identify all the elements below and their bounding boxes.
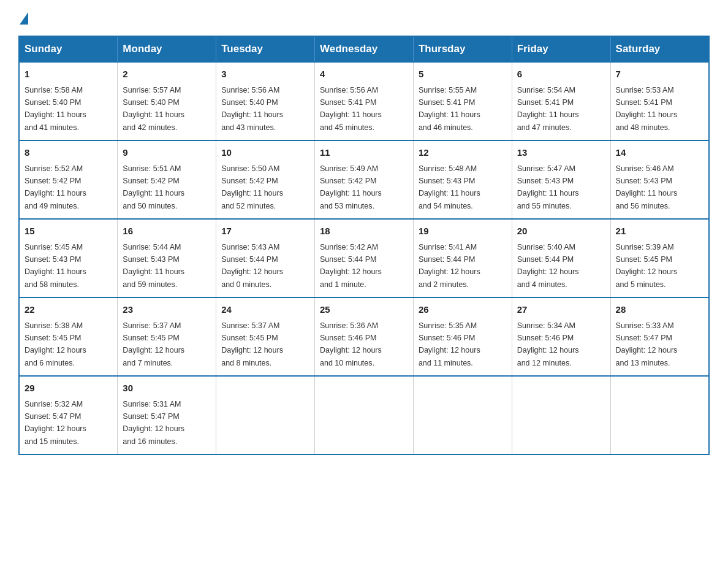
day-number: 12 [419,146,507,160]
day-info: Sunrise: 5:41 AMSunset: 5:44 PMDaylight:… [419,243,480,289]
calendar-cell: 23 Sunrise: 5:37 AMSunset: 5:45 PMDaylig… [118,297,216,376]
calendar-cell: 19 Sunrise: 5:41 AMSunset: 5:44 PMDaylig… [413,219,512,297]
logo-triangle-icon [20,12,28,25]
week-row-2: 8 Sunrise: 5:52 AMSunset: 5:42 PMDayligh… [19,140,709,219]
day-number: 14 [616,146,703,160]
calendar-cell: 2 Sunrise: 5:57 AMSunset: 5:40 PMDayligh… [118,62,216,140]
calendar-cell: 11 Sunrise: 5:49 AMSunset: 5:42 PMDaylig… [315,140,414,219]
calendar-cell: 6 Sunrise: 5:54 AMSunset: 5:41 PMDayligh… [512,62,610,140]
day-number: 27 [517,303,605,317]
day-number: 11 [320,146,408,160]
day-number: 13 [517,146,605,160]
day-info: Sunrise: 5:36 AMSunset: 5:46 PMDaylight:… [320,321,382,367]
calendar-cell [315,376,414,454]
day-info: Sunrise: 5:40 AMSunset: 5:44 PMDaylight:… [517,243,579,289]
day-number: 20 [517,224,605,239]
day-number: 22 [25,303,112,317]
week-row-5: 29 Sunrise: 5:32 AMSunset: 5:47 PMDaylig… [19,376,709,454]
logo [18,12,29,25]
day-info: Sunrise: 5:45 AMSunset: 5:43 PMDaylight:… [25,243,86,289]
day-info: Sunrise: 5:56 AMSunset: 5:41 PMDaylight:… [320,86,382,132]
day-info: Sunrise: 5:42 AMSunset: 5:44 PMDaylight:… [320,243,382,289]
day-info: Sunrise: 5:56 AMSunset: 5:40 PMDaylight:… [221,86,283,132]
calendar-cell [413,376,512,454]
day-info: Sunrise: 5:32 AMSunset: 5:47 PMDaylight:… [25,400,86,446]
days-of-week-row: SundayMondayTuesdayWednesdayThursdayFrid… [19,36,709,62]
calendar-header: SundayMondayTuesdayWednesdayThursdayFrid… [19,36,709,62]
calendar-cell: 18 Sunrise: 5:42 AMSunset: 5:44 PMDaylig… [315,219,414,297]
calendar-cell: 21 Sunrise: 5:39 AMSunset: 5:45 PMDaylig… [610,219,709,297]
day-info: Sunrise: 5:55 AMSunset: 5:41 PMDaylight:… [419,86,480,132]
day-info: Sunrise: 5:37 AMSunset: 5:45 PMDaylight:… [123,321,184,367]
calendar-cell: 14 Sunrise: 5:46 AMSunset: 5:43 PMDaylig… [610,140,709,219]
day-number: 10 [221,146,309,160]
calendar-table: SundayMondayTuesdayWednesdayThursdayFrid… [18,36,710,455]
day-info: Sunrise: 5:38 AMSunset: 5:45 PMDaylight:… [25,321,86,367]
day-info: Sunrise: 5:57 AMSunset: 5:40 PMDaylight:… [123,86,184,132]
calendar-cell: 10 Sunrise: 5:50 AMSunset: 5:42 PMDaylig… [216,140,315,219]
calendar-cell: 3 Sunrise: 5:56 AMSunset: 5:40 PMDayligh… [216,62,315,140]
day-info: Sunrise: 5:46 AMSunset: 5:43 PMDaylight:… [616,164,678,210]
day-number: 9 [123,146,211,160]
calendar-cell: 22 Sunrise: 5:38 AMSunset: 5:45 PMDaylig… [19,297,118,376]
day-number: 17 [221,224,309,239]
day-header-sunday: Sunday [19,36,118,62]
day-number: 4 [320,67,408,82]
calendar-cell: 20 Sunrise: 5:40 AMSunset: 5:44 PMDaylig… [512,219,610,297]
day-info: Sunrise: 5:47 AMSunset: 5:43 PMDaylight:… [517,164,579,210]
calendar-cell: 4 Sunrise: 5:56 AMSunset: 5:41 PMDayligh… [315,62,414,140]
calendar-cell: 8 Sunrise: 5:52 AMSunset: 5:42 PMDayligh… [19,140,118,219]
day-number: 7 [616,67,703,82]
calendar-cell: 13 Sunrise: 5:47 AMSunset: 5:43 PMDaylig… [512,140,610,219]
calendar-cell [512,376,610,454]
day-info: Sunrise: 5:52 AMSunset: 5:42 PMDaylight:… [25,164,86,210]
calendar-cell: 9 Sunrise: 5:51 AMSunset: 5:42 PMDayligh… [118,140,216,219]
day-number: 26 [419,303,507,317]
day-header-monday: Monday [118,36,216,62]
day-info: Sunrise: 5:35 AMSunset: 5:46 PMDaylight:… [419,321,480,367]
calendar-cell: 25 Sunrise: 5:36 AMSunset: 5:46 PMDaylig… [315,297,414,376]
day-number: 18 [320,224,408,239]
day-info: Sunrise: 5:53 AMSunset: 5:41 PMDaylight:… [616,86,678,132]
calendar-cell: 7 Sunrise: 5:53 AMSunset: 5:41 PMDayligh… [610,62,709,140]
day-header-tuesday: Tuesday [216,36,315,62]
day-number: 6 [517,67,605,82]
day-number: 16 [123,224,211,239]
calendar-cell [610,376,709,454]
page-header [18,12,710,25]
day-number: 3 [221,67,309,82]
calendar-cell [216,376,315,454]
calendar-cell: 1 Sunrise: 5:58 AMSunset: 5:40 PMDayligh… [19,62,118,140]
day-number: 30 [123,381,211,396]
day-info: Sunrise: 5:54 AMSunset: 5:41 PMDaylight:… [517,86,579,132]
day-header-saturday: Saturday [610,36,709,62]
calendar-cell: 26 Sunrise: 5:35 AMSunset: 5:46 PMDaylig… [413,297,512,376]
day-number: 5 [419,67,507,82]
day-number: 2 [123,67,211,82]
calendar-body: 1 Sunrise: 5:58 AMSunset: 5:40 PMDayligh… [19,62,709,454]
day-number: 21 [616,224,703,239]
day-info: Sunrise: 5:49 AMSunset: 5:42 PMDaylight:… [320,164,382,210]
day-number: 24 [221,303,309,317]
day-info: Sunrise: 5:51 AMSunset: 5:42 PMDaylight:… [123,164,184,210]
day-number: 1 [25,67,112,82]
day-info: Sunrise: 5:58 AMSunset: 5:40 PMDaylight:… [25,86,86,132]
week-row-4: 22 Sunrise: 5:38 AMSunset: 5:45 PMDaylig… [19,297,709,376]
day-number: 8 [25,146,112,160]
day-info: Sunrise: 5:50 AMSunset: 5:42 PMDaylight:… [221,164,283,210]
day-info: Sunrise: 5:43 AMSunset: 5:44 PMDaylight:… [221,243,283,289]
day-number: 25 [320,303,408,317]
calendar-cell: 28 Sunrise: 5:33 AMSunset: 5:47 PMDaylig… [610,297,709,376]
calendar-cell: 15 Sunrise: 5:45 AMSunset: 5:43 PMDaylig… [19,219,118,297]
day-number: 15 [25,224,112,239]
calendar-cell: 29 Sunrise: 5:32 AMSunset: 5:47 PMDaylig… [19,376,118,454]
day-header-thursday: Thursday [413,36,512,62]
week-row-3: 15 Sunrise: 5:45 AMSunset: 5:43 PMDaylig… [19,219,709,297]
calendar-cell: 30 Sunrise: 5:31 AMSunset: 5:47 PMDaylig… [118,376,216,454]
day-number: 23 [123,303,211,317]
week-row-1: 1 Sunrise: 5:58 AMSunset: 5:40 PMDayligh… [19,62,709,140]
day-number: 28 [616,303,703,317]
day-info: Sunrise: 5:48 AMSunset: 5:43 PMDaylight:… [419,164,480,210]
calendar-cell: 16 Sunrise: 5:44 AMSunset: 5:43 PMDaylig… [118,219,216,297]
day-info: Sunrise: 5:34 AMSunset: 5:46 PMDaylight:… [517,321,579,367]
